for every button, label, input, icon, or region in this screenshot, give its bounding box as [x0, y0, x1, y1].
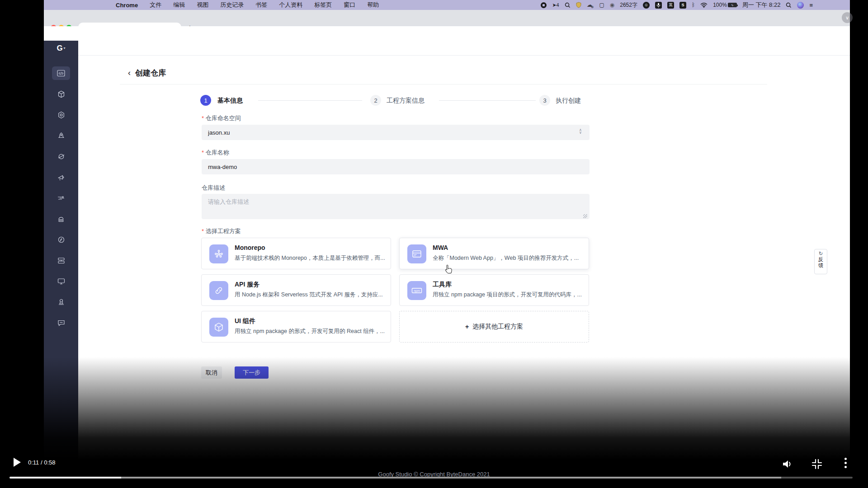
menu-clock[interactable]: 周一 下午 8:22 [742, 1, 781, 9]
shield-icon[interactable] [576, 2, 581, 8]
mwa-browser-icon [407, 244, 426, 263]
screen-record-icon[interactable] [541, 2, 547, 8]
scheme-card-api[interactable]: API 服务 用 Node.js 框架和 Serverless 范式开发 API… [201, 274, 391, 306]
battery-status[interactable]: 100%ϟ [713, 2, 737, 8]
menu-app-name[interactable]: Chrome [116, 2, 138, 9]
sidebar-item-feedback-chat[interactable] [52, 316, 70, 329]
scheme-card-ui[interactable]: UI 组件 用独立 npm package 的形式，开发可复用的 React 组… [201, 311, 391, 343]
cube-icon [209, 318, 228, 337]
player-collapse-button[interactable]: ∨ [842, 12, 853, 23]
battery-icon: ϟ [728, 3, 737, 7]
screen-recording-frame: Chrome 文件 编辑 视图 历史记录 书签 个人资料 标签页 窗口 帮助 ➤… [44, 0, 850, 488]
menu-item-help[interactable]: 帮助 [367, 1, 379, 9]
ime-badge[interactable]: 英 [667, 2, 674, 9]
sidebar-item-pipeline[interactable] [52, 191, 70, 205]
app-header: Goofy Studio 搜索团队、仓库、任务 ⌘ K ↓客户端∨ 使用文档 文… [44, 41, 850, 56]
svg-text:npm: npm [414, 289, 420, 293]
menu-item-window[interactable]: 窗口 [344, 1, 355, 9]
zoom-lens-icon[interactable] [565, 2, 571, 8]
video-player-stage: Chrome 文件 编辑 视图 历史记录 书签 个人资料 标签页 窗口 帮助 ➤… [0, 0, 868, 488]
menu-item-file[interactable]: 文件 [150, 1, 161, 9]
menu-item-tabs[interactable]: 标签页 [314, 1, 332, 9]
page-title: 创建仓库 [135, 68, 166, 78]
control-center-icon[interactable]: ≡ [809, 2, 813, 9]
scheme-card-monorepo[interactable]: Monorepo 基于前端技术栈的 Monorepo，本质上是基于依赖管理，而.… [201, 238, 391, 269]
monorepo-icon [209, 244, 228, 263]
seek-bar-buffered[interactable] [121, 477, 781, 479]
step-3-circle: 3 [539, 95, 550, 106]
api-link-icon [209, 281, 228, 300]
menu-item-bookmarks[interactable]: 书签 [255, 1, 267, 9]
repo-desc-textarea[interactable] [202, 194, 590, 219]
player-menu-icon[interactable] [844, 458, 847, 468]
repo-name-input[interactable] [202, 159, 590, 174]
spotlight-icon[interactable] [786, 2, 792, 8]
camera-dot-icon[interactable]: ◉ [610, 2, 614, 8]
bluetooth-icon[interactable]: ᛒ [692, 2, 695, 8]
repo-name-label: 仓库名称 [202, 149, 229, 157]
step-1-circle: 1 [200, 95, 211, 106]
step-1-label: 基本信息 [217, 97, 243, 105]
playback-time: 0:11 / 0:58 [28, 459, 55, 466]
step-indicator: 1 基本信息 2 工程方案信息 3 执行创建 [78, 95, 850, 106]
sidebar-item-packages[interactable] [52, 108, 70, 122]
word-count-status[interactable]: 2652字 [620, 1, 637, 9]
sidebar-item-layout[interactable] [52, 253, 70, 267]
microphone-icon[interactable] [655, 2, 662, 9]
sidebar-item-cloud-service[interactable] [52, 212, 70, 225]
wifi-icon[interactable] [700, 2, 708, 8]
menu-item-profiles[interactable]: 个人资料 [279, 1, 302, 9]
sidebar-item-announce[interactable] [52, 170, 70, 184]
namespace-select[interactable] [202, 125, 590, 140]
scheme-card-mwa[interactable]: MWA 全称「Modern Web App」，Web 项目的推荐开发方式，... [399, 238, 589, 269]
resize-grip-icon[interactable] [583, 214, 587, 218]
back-chevron-icon[interactable]: ‹ [128, 68, 131, 78]
play-button[interactable] [14, 458, 21, 467]
plus-icon: + [465, 323, 469, 330]
cloud-sync-off-icon[interactable]: ☁⊗ [587, 1, 594, 9]
mouse-cursor-icon [444, 264, 453, 275]
scheme-label: 选择工程方案 [202, 227, 241, 235]
sidebar-item-seal[interactable] [52, 295, 70, 309]
siri-icon[interactable] [797, 2, 804, 9]
sidebar-item-functions[interactable] [52, 233, 70, 246]
location-arrow-icon[interactable]: ➤4 [552, 2, 559, 8]
sidebar-item-artifacts[interactable] [52, 87, 70, 101]
next-step-button[interactable]: 下一步 [235, 366, 269, 379]
sidebar-item-planet[interactable] [52, 150, 70, 163]
scheme-card-toolkit[interactable]: npm 工具库 用独立 npm package 项目的形式，开发可复用的代码库，… [399, 274, 589, 306]
step-2-label: 工程方案信息 [387, 97, 425, 105]
window-shape-icon[interactable]: ▢ [599, 2, 604, 8]
other-scheme-card[interactable]: +选择其他工程方案 [399, 311, 589, 343]
divider [120, 84, 767, 84]
namespace-label: 仓库命名空间 [202, 114, 241, 122]
step-2-circle: 2 [370, 95, 381, 106]
repo-desc-label: 仓库描述 [202, 184, 225, 192]
menu-item-history[interactable]: 历史记录 [220, 1, 244, 9]
sidebar-item-monitor[interactable] [52, 274, 70, 288]
exit-fullscreen-icon[interactable] [811, 458, 823, 470]
menu-item-edit[interactable]: 编辑 [173, 1, 185, 9]
sidebar-item-repos[interactable] [52, 66, 70, 80]
select-stepper-icon[interactable]: ∧∨ [579, 129, 582, 134]
feedback-widget[interactable]: ↻ 反馈 [814, 249, 827, 274]
sidebar-item-launch[interactable] [52, 129, 70, 142]
step-3-label: 执行创建 [556, 97, 581, 105]
s-app-icon[interactable]: S [679, 2, 686, 9]
workspace-logo[interactable]: G▾ [44, 41, 78, 56]
seek-bar-played[interactable] [9, 477, 121, 479]
emoji-app-icon[interactable]: ☺ [643, 2, 650, 9]
chrome-toolbar: ← → ↻ ⌂ studio.bytedance.net/space/218/r… [44, 26, 850, 41]
feedback-refresh-icon: ↻ [819, 251, 823, 256]
app-sidebar: G▾ [44, 41, 78, 488]
step-connector [258, 100, 362, 101]
menu-item-view[interactable]: 视图 [197, 1, 208, 9]
volume-icon[interactable] [781, 458, 793, 470]
cancel-button[interactable]: 取消 [201, 366, 222, 379]
npm-icon: npm [407, 281, 426, 300]
chevron-down-icon: ▾ [64, 46, 66, 50]
seek-bar-remaining[interactable] [781, 477, 853, 479]
repo-create-page: ‹ 创建仓库 1 基本信息 2 工程方案信息 3 执行创建 仓库命名空间 ∧∨ … [78, 56, 850, 447]
macos-menu-bar: Chrome 文件 编辑 视图 历史记录 书签 个人资料 标签页 窗口 帮助 ➤… [44, 0, 850, 10]
chrome-tab-strip: G 创建仓库 ✕ + [44, 10, 850, 26]
